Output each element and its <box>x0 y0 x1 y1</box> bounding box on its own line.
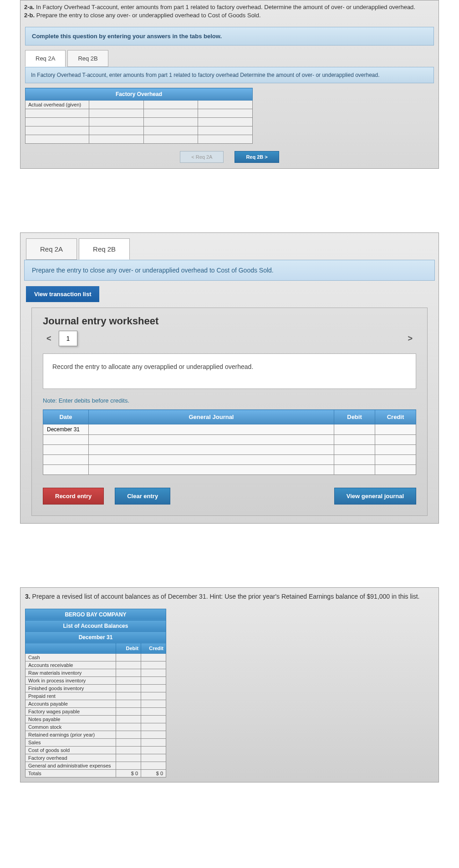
account-debit-cell[interactable] <box>116 707 141 715</box>
bt-title3: December 31 <box>26 631 166 643</box>
nav-next-button[interactable]: Req 2B > <box>235 151 279 163</box>
taccount-cell[interactable] <box>89 101 144 109</box>
account-debit-cell[interactable] <box>116 661 141 669</box>
account-debit-cell[interactable] <box>116 700 141 707</box>
account-balances-table: BERGO BAY COMPANY List of Account Balanc… <box>25 609 166 777</box>
account-name-cell: Notes payable <box>26 715 116 723</box>
account-debit-cell[interactable] <box>116 669 141 676</box>
stepper-row: < 1 > <box>43 331 416 346</box>
account-credit-cell[interactable] <box>141 661 166 669</box>
account-credit-cell[interactable] <box>141 669 166 676</box>
tab-req-2a-2[interactable]: Req 2A <box>26 238 77 260</box>
view-transaction-list-button[interactable]: View transaction list <box>26 286 99 302</box>
account-credit-cell[interactable] <box>141 684 166 692</box>
je-account-cell[interactable] <box>89 424 334 435</box>
nav-prev-button: < Req 2A <box>180 151 224 163</box>
tabs-row-2: Req 2A Req 2B <box>20 233 439 260</box>
nav-row-1: < Req 2A Req 2B > <box>20 148 439 168</box>
account-debit-cell[interactable] <box>116 754 141 762</box>
panel-q3: 3. Prepare a revised list of account bal… <box>20 587 439 782</box>
taccount-header: Factory Overhead <box>26 88 253 101</box>
clear-entry-button[interactable]: Clear entry <box>115 488 170 505</box>
je-header-debit: Debit <box>334 410 375 424</box>
bt-totals-debit: $ 0 <box>116 769 141 777</box>
complete-instruction-bar: Complete this question by entering your … <box>25 27 434 45</box>
bt-title1: BERGO BAY COMPANY <box>26 609 166 620</box>
account-debit-cell[interactable] <box>116 692 141 700</box>
je-title: Journal entry worksheet <box>43 315 416 327</box>
account-name-cell: Accounts receivable <box>26 661 116 669</box>
account-name-cell: Raw materials inventory <box>26 669 116 676</box>
je-debit-cell[interactable] <box>334 424 375 435</box>
account-credit-cell[interactable] <box>141 738 166 746</box>
je-credit-cell[interactable] <box>375 424 416 435</box>
je-button-row: Record entry Clear entry View general jo… <box>43 488 416 505</box>
tab-instruction-2b: Prepare the entry to close any over- or … <box>24 260 435 281</box>
je-header-gj: General Journal <box>89 410 334 424</box>
account-debit-cell[interactable] <box>116 676 141 684</box>
account-credit-cell[interactable] <box>141 700 166 707</box>
record-instruction: Record the entry to allocate any overapp… <box>43 353 416 389</box>
panel-req2b: Req 2A Req 2B Prepare the entry to close… <box>20 232 439 524</box>
account-credit-cell[interactable] <box>141 731 166 738</box>
account-debit-cell[interactable] <box>116 762 141 769</box>
account-debit-cell[interactable] <box>116 738 141 746</box>
account-credit-cell[interactable] <box>141 762 166 769</box>
bt-totals-credit: $ 0 <box>141 769 166 777</box>
record-entry-button[interactable]: Record entry <box>43 488 104 505</box>
account-name-cell: Work in process inventory <box>26 676 116 684</box>
account-name-cell: Cash <box>26 653 116 661</box>
question-2a-text: 2-a. In Factory Overhead T-account, ente… <box>20 0 439 22</box>
tab-req-2a[interactable]: Req 2A <box>25 50 66 67</box>
factory-overhead-taccount: Factory Overhead Actual overhead (given) <box>25 88 253 144</box>
tab-req-2b[interactable]: Req 2B <box>67 50 108 67</box>
bt-title2: List of Account Balances <box>26 620 166 631</box>
je-date-cell[interactable]: December 31 <box>43 424 89 435</box>
account-credit-cell[interactable] <box>141 707 166 715</box>
account-name-cell: Finished goods inventory <box>26 684 116 692</box>
account-name-cell: General and administrative expenses <box>26 762 116 769</box>
account-name-cell: Sales <box>26 738 116 746</box>
account-debit-cell[interactable] <box>116 653 141 661</box>
view-general-journal-button[interactable]: View general journal <box>334 488 416 505</box>
journal-entry-table: Date General Journal Debit Credit Decemb… <box>43 409 416 475</box>
step-indicator[interactable]: 1 <box>59 331 78 346</box>
account-debit-cell[interactable] <box>116 684 141 692</box>
je-header-credit: Credit <box>375 410 416 424</box>
account-name-cell: Retained earnings (prior year) <box>26 731 116 738</box>
chevron-left-icon[interactable]: < <box>43 332 55 345</box>
account-credit-cell[interactable] <box>141 653 166 661</box>
tabs-row-1: Req 2A Req 2B <box>20 50 439 67</box>
panel-req2a: 2-a. In Factory Overhead T-account, ente… <box>20 0 439 169</box>
account-name-cell: Prepaid rent <box>26 692 116 700</box>
note-text: Note: Enter debits before credits. <box>43 397 416 404</box>
account-name-cell: Factory overhead <box>26 754 116 762</box>
account-debit-cell[interactable] <box>116 731 141 738</box>
account-credit-cell[interactable] <box>141 676 166 684</box>
account-name-cell: Factory wages payable <box>26 707 116 715</box>
account-name-cell: Cost of goods sold <box>26 746 116 754</box>
account-credit-cell[interactable] <box>141 692 166 700</box>
taccount-row-label: Actual overhead (given) <box>26 101 89 109</box>
account-debit-cell[interactable] <box>116 715 141 723</box>
journal-entry-worksheet: Journal entry worksheet < 1 > Record the… <box>31 308 428 516</box>
taccount-cell[interactable] <box>143 101 198 109</box>
bt-header-debit: Debit <box>116 643 141 653</box>
tab-req-2b-2[interactable]: Req 2B <box>79 238 130 260</box>
bt-totals-label: Totals <box>26 769 116 777</box>
je-header-date: Date <box>43 410 89 424</box>
account-credit-cell[interactable] <box>141 746 166 754</box>
account-credit-cell[interactable] <box>141 723 166 731</box>
account-debit-cell[interactable] <box>116 723 141 731</box>
bt-header-credit: Credit <box>141 643 166 653</box>
account-name-cell: Common stock <box>26 723 116 731</box>
account-debit-cell[interactable] <box>116 746 141 754</box>
chevron-right-icon[interactable]: > <box>404 332 416 345</box>
tab-instruction-2a: In Factory Overhead T-account, enter amo… <box>25 67 434 83</box>
account-credit-cell[interactable] <box>141 715 166 723</box>
account-credit-cell[interactable] <box>141 754 166 762</box>
taccount-cell[interactable] <box>198 101 253 109</box>
account-name-cell: Accounts payable <box>26 700 116 707</box>
question-3-text: 3. Prepare a revised list of account bal… <box>20 588 439 604</box>
